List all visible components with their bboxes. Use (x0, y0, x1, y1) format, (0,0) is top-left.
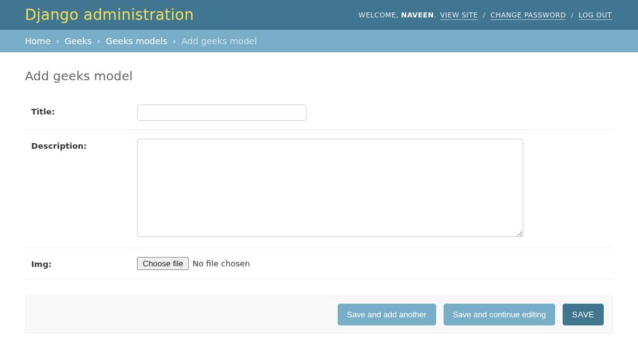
breadcrumb-current: Add geeks model (181, 36, 257, 46)
breadcrumb-home[interactable]: Home (25, 36, 50, 46)
branding-title: Django administration (25, 6, 194, 24)
title-field-wrap (137, 105, 607, 121)
form-row-title: Title: (25, 96, 613, 130)
file-chooser: Choose file No file chosen (137, 257, 250, 270)
form-row-description: Description: (25, 130, 613, 248)
change-password-link[interactable]: CHANGE PASSWORD (490, 11, 566, 20)
user-links: WELCOME, NAVEEN. VIEW SITE / CHANGE PASS… (359, 11, 613, 19)
sep-slash-1: / (480, 11, 488, 19)
sep-dot: . (434, 11, 439, 19)
sep-slash-2: / (568, 11, 576, 19)
save-add-another-button[interactable]: Save and add another (338, 304, 436, 325)
breadcrumb-sep: › (173, 36, 176, 46)
title-input[interactable] (137, 105, 307, 121)
img-label: Img: (31, 257, 137, 269)
breadcrumb-sep: › (56, 36, 60, 46)
img-field-wrap: Choose file No file chosen (137, 257, 607, 270)
welcome-text: WELCOME, (359, 11, 401, 19)
breadcrumb-app[interactable]: Geeks (65, 36, 92, 46)
description-field-wrap (137, 139, 607, 239)
form-fieldset: Title: Description: Img: Choose file No … (25, 96, 613, 279)
breadcrumb: Home › Geeks › Geeks models › Add geeks … (0, 30, 638, 52)
description-textarea[interactable] (137, 139, 523, 237)
log-out-link[interactable]: LOG OUT (579, 11, 612, 20)
page-title: Add geeks model (25, 68, 613, 83)
save-continue-button[interactable]: Save and continue editing (444, 304, 556, 325)
breadcrumb-sep: › (97, 36, 101, 46)
form-row-img: Img: Choose file No file chosen (25, 248, 613, 279)
save-button[interactable]: SAVE (563, 304, 604, 325)
add-form: Title: Description: Img: Choose file No … (25, 96, 613, 334)
content: Add geeks model Title: Description: Img: (0, 52, 638, 358)
username: NAVEEN (401, 11, 434, 19)
admin-header: Django administration WELCOME, NAVEEN. V… (0, 0, 638, 30)
description-label: Description: (31, 139, 137, 151)
file-status: No file chosen (193, 259, 250, 268)
breadcrumb-model[interactable]: Geeks models (106, 36, 168, 46)
choose-file-button[interactable]: Choose file (137, 257, 189, 270)
submit-row: Save and add another Save and continue e… (25, 296, 613, 334)
title-label: Title: (31, 105, 137, 116)
view-site-link[interactable]: VIEW SITE (440, 11, 478, 20)
